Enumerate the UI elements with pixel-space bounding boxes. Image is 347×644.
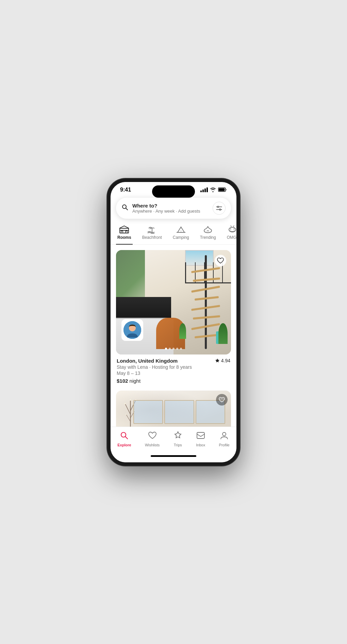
svg-point-31 bbox=[130, 399, 131, 401]
tab-omg-label: OMG! bbox=[227, 235, 236, 240]
phone-frame: 9:41 bbox=[107, 179, 240, 466]
profile-icon bbox=[220, 431, 229, 442]
nav-profile-label: Profile bbox=[219, 443, 230, 447]
dot-3 bbox=[172, 348, 175, 350]
window-1 bbox=[133, 400, 163, 424]
signal-icon bbox=[200, 187, 208, 192]
nav-trips-label: Trips bbox=[174, 443, 182, 447]
explore-icon bbox=[120, 431, 129, 442]
nav-explore-label: Explore bbox=[117, 443, 131, 447]
wishlists-icon bbox=[148, 431, 157, 442]
search-subtitle: Anywhere · Any week · Add guests bbox=[132, 209, 209, 214]
svg-point-35 bbox=[222, 432, 226, 436]
svg-line-25 bbox=[126, 414, 131, 422]
svg-point-17 bbox=[230, 228, 231, 229]
category-tabs: Rooms Beachfront bbox=[111, 223, 236, 245]
listing-host: Stay with Lena · Hosting for 8 years bbox=[117, 364, 230, 370]
search-section: Where to? Anywhere · Any week · Add gues… bbox=[111, 195, 236, 223]
plant-2 bbox=[218, 323, 228, 344]
windows bbox=[133, 400, 225, 424]
host-avatar bbox=[121, 319, 143, 341]
nav-explore[interactable]: Explore bbox=[117, 431, 131, 447]
listing-rating: 4.94 bbox=[215, 358, 230, 363]
search-text: Where to? Anywhere · Any week · Add gues… bbox=[132, 203, 209, 214]
search-icon bbox=[121, 204, 128, 212]
svg-line-23 bbox=[125, 403, 130, 414]
price-amount: $102 bbox=[117, 378, 128, 384]
bottom-nav: Explore Wishlists Trips bbox=[111, 427, 236, 455]
nav-wishlists-label: Wishlists bbox=[145, 443, 160, 447]
trips-icon bbox=[174, 431, 182, 442]
listing-location: London, United Kingdom bbox=[117, 358, 178, 364]
phone-screen: 9:41 bbox=[111, 182, 236, 462]
svg-rect-1 bbox=[219, 188, 225, 191]
search-title: Where to? bbox=[132, 203, 209, 209]
listing-card-2[interactable] bbox=[111, 388, 236, 427]
counter-backsplash bbox=[116, 297, 171, 318]
tab-omg[interactable]: OMG! bbox=[226, 223, 236, 244]
home-indicator bbox=[151, 455, 196, 457]
svg-line-33 bbox=[126, 436, 128, 439]
svg-rect-34 bbox=[197, 432, 204, 439]
listing-image-2 bbox=[116, 391, 231, 427]
nav-inbox-label: Inbox bbox=[196, 443, 205, 447]
tab-beachfront[interactable]: Beachfront bbox=[141, 223, 163, 244]
tab-trending[interactable]: Trending bbox=[199, 223, 217, 244]
home-indicator-wrap bbox=[111, 455, 236, 462]
wishlist-button-1[interactable] bbox=[215, 255, 226, 266]
svg-point-18 bbox=[233, 228, 234, 229]
listing-info-1: London, United Kingdom 4.94 Stay with Le… bbox=[116, 354, 231, 385]
search-bar[interactable]: Where to? Anywhere · Any week · Add gues… bbox=[116, 198, 231, 219]
inbox-icon bbox=[196, 431, 205, 442]
tab-camping-label: Camping bbox=[173, 235, 189, 240]
battery-icon bbox=[218, 187, 227, 192]
window-2 bbox=[164, 400, 194, 424]
rating-value: 4.94 bbox=[221, 358, 230, 363]
main-content: London, United Kingdom 4.94 Stay with Le… bbox=[111, 245, 236, 427]
avatar-image bbox=[123, 321, 141, 339]
room-background-2 bbox=[116, 391, 231, 427]
tab-beachfront-label: Beachfront bbox=[142, 235, 162, 240]
listing-price: $102 night bbox=[117, 378, 230, 384]
status-time: 9:41 bbox=[120, 187, 131, 193]
listing-image-1 bbox=[116, 250, 231, 354]
nav-trips[interactable]: Trips bbox=[174, 431, 182, 447]
nav-wishlists[interactable]: Wishlists bbox=[145, 431, 160, 447]
dot-1 bbox=[165, 348, 167, 350]
svg-line-3 bbox=[126, 208, 128, 210]
listing-card-1[interactable]: London, United Kingdom 4.94 Stay with Le… bbox=[111, 245, 236, 388]
wishlist-button-2[interactable] bbox=[216, 394, 228, 406]
dot-4 bbox=[176, 348, 178, 350]
nav-profile[interactable]: Profile bbox=[219, 431, 230, 447]
dot-5 bbox=[180, 348, 182, 350]
filter-button[interactable] bbox=[213, 202, 226, 215]
tab-rooms-label: Rooms bbox=[117, 235, 131, 240]
listing-header: London, United Kingdom 4.94 bbox=[117, 358, 230, 364]
nav-inbox[interactable]: Inbox bbox=[196, 431, 205, 447]
status-icons bbox=[200, 187, 227, 192]
svg-point-29 bbox=[126, 414, 127, 415]
wifi-icon bbox=[210, 187, 216, 192]
image-dots bbox=[165, 348, 182, 350]
dynamic-island bbox=[152, 185, 195, 198]
tab-trending-label: Trending bbox=[200, 235, 216, 240]
tab-rooms[interactable]: Rooms bbox=[116, 223, 133, 245]
dot-2 bbox=[169, 348, 171, 350]
price-unit: night bbox=[130, 378, 141, 384]
plant-3 bbox=[179, 323, 186, 339]
listing-dates: May 8 – 13 bbox=[117, 370, 230, 376]
svg-rect-12 bbox=[126, 231, 127, 233]
svg-rect-11 bbox=[121, 231, 123, 233]
svg-point-27 bbox=[124, 403, 126, 404]
tab-camping[interactable]: Camping bbox=[171, 223, 191, 244]
